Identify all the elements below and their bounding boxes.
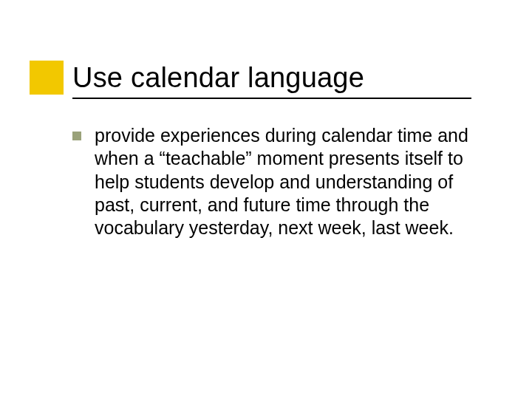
slide-title: Use calendar language: [72, 62, 364, 94]
slide: Use calendar language provide experience…: [0, 0, 532, 399]
square-bullet-icon: [72, 132, 81, 140]
title-underline: [72, 98, 471, 99]
bullet-text: provide experiences during calendar time…: [95, 124, 480, 239]
title-accent-box: [30, 61, 64, 95]
slide-body: provide experiences during calendar time…: [72, 124, 480, 239]
